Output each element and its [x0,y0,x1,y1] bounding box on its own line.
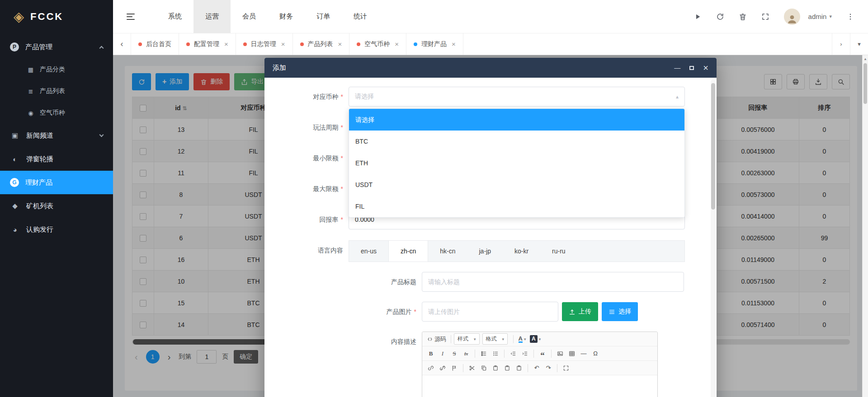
sidebar-item-miner-list[interactable]: ◆ 矿机列表 [0,194,113,218]
indent-button[interactable] [519,348,531,359]
tab-ru-ru[interactable]: ru-ru [540,241,577,262]
tab-ja-jp[interactable]: ja-jp [467,241,503,262]
editor-content[interactable] [422,375,657,397]
user-menu[interactable]: admin ▾ [808,13,832,20]
sidebar-item-product-category[interactable]: ▦ 产品分类 [0,59,113,80]
modal-scrollbar-thumb[interactable] [711,83,715,210]
link-button[interactable] [425,362,437,374]
anchor-button[interactable] [448,362,460,374]
insert-table-button[interactable] [566,348,578,359]
nav-item-system[interactable]: 系统 [156,0,193,33]
background-color-button[interactable]: A ▾ [528,333,542,345]
product-title-label: 产品标题 [349,272,416,292]
close-icon[interactable]: × [281,40,285,48]
tabs-scroll-left-icon[interactable]: ‹ [113,33,131,55]
special-char-button[interactable]: Ω [590,348,601,359]
chevron-up-icon: ▴ [676,93,679,100]
remove-format-button[interactable]: Ix [460,348,472,359]
dialog-title: 添加 [273,64,286,72]
nav-item-finance[interactable]: 财务 [268,0,305,33]
dropdown-option[interactable]: USDT [349,174,684,196]
fullscreen-icon[interactable] [761,13,769,21]
paste-button[interactable] [490,362,501,374]
close-icon[interactable]: × [703,63,708,72]
lang-field-label: 语言内容 [275,240,343,260]
dropdown-option[interactable]: FIL [349,196,684,217]
sidebar-item-popup-carousel[interactable]: ◐ 弹窗轮播 [0,147,113,171]
nav-item-statistics[interactable]: 统计 [342,0,379,33]
sidebar-item-label: 产品列表 [40,87,65,95]
paste-text-button[interactable] [501,362,513,374]
avatar[interactable] [784,9,800,25]
description-label: 内容描述 [349,332,416,351]
nav-item-members[interactable]: 会员 [231,0,268,33]
tabs-menu-icon[interactable]: ▾ [850,33,868,55]
minimize-icon[interactable]: — [674,65,680,71]
dropdown-option[interactable]: 请选择 [349,109,684,131]
caret-down-icon: ▾ [502,337,505,341]
outdent-button[interactable] [507,348,519,359]
play-icon[interactable] [693,13,702,21]
dropdown-option[interactable]: ETH [349,152,684,174]
insert-image-button[interactable] [554,348,566,359]
close-icon[interactable]: × [224,40,228,48]
upload-button[interactable]: 上传 [562,302,598,321]
tab-ko-kr[interactable]: ko-kr [503,241,540,262]
maximize-button[interactable] [560,362,572,374]
tab-home[interactable]: 后台首页 [131,33,179,55]
tab-financial-products[interactable]: 理财产品 × [406,33,463,55]
select-image-button[interactable]: 选择 [602,302,638,321]
tab-config[interactable]: 配置管理 × [179,33,236,55]
content-area: + 添加 删除 导出 [113,55,868,397]
trash-icon[interactable] [739,13,747,21]
copy-button[interactable] [478,362,490,374]
sidebar-item-news-channel[interactable]: ▣ 新闻频道 [0,124,113,147]
sidebar-item-product-management[interactable]: P 产品管理 [0,35,113,59]
sidebar-item-financial-products[interactable]: G 理财产品 [0,171,113,194]
tab-logs[interactable]: 日志管理 × [236,33,293,55]
unlink-button[interactable] [437,362,448,374]
format-select[interactable]: 格式 ▾ [482,333,508,345]
text-color-button[interactable]: A ▾ [516,333,528,345]
coin-select[interactable]: 请选择 ▴ [349,87,685,107]
tab-hk-cn[interactable]: hk-cn [428,241,467,262]
close-icon[interactable]: × [338,40,342,48]
horizontal-rule-button[interactable]: — [578,348,590,359]
upload-icon [569,308,576,315]
sidebar-toggle-icon[interactable] [127,14,135,20]
vertical-scrollbar-thumb[interactable] [863,63,867,104]
more-options-icon[interactable] [846,13,854,21]
sidebar-item-subscription-issue[interactable]: ◕ 认购发行 [0,218,113,241]
style-select[interactable]: 样式 ▾ [454,333,480,345]
tab-air-coins[interactable]: 空气币种 × [349,33,406,55]
sidebar-item-product-list[interactable]: ≣ 产品列表 [0,80,113,102]
dropdown-option[interactable]: BTC [349,131,684,152]
brand-name: FCCK [30,11,63,23]
refresh-icon[interactable] [716,13,724,21]
cut-button[interactable] [466,362,478,374]
tab-product-list[interactable]: 产品列表 × [293,33,350,55]
unordered-list-button[interactable] [490,348,501,359]
nav-item-operations[interactable]: 运营 [193,0,231,33]
redo-button[interactable]: ↷ [542,362,554,374]
product-title-input[interactable] [422,272,684,292]
scroll-up-icon[interactable]: ▴ [863,55,868,62]
ordered-list-button[interactable] [478,348,490,359]
paste-word-button[interactable] [513,362,525,374]
product-image-input[interactable] [422,302,558,322]
undo-button[interactable]: ↶ [531,362,542,374]
close-icon[interactable]: × [452,40,456,48]
strikethrough-button[interactable]: S [448,348,460,359]
maximize-icon[interactable] [689,65,694,71]
caret-down-icon: ▾ [474,337,476,341]
nav-item-orders[interactable]: 订单 [305,0,342,33]
tab-zh-cn[interactable]: zh-cn [388,241,428,262]
tabs-scroll-right-icon[interactable]: › [832,33,850,55]
italic-button[interactable]: I [437,348,448,359]
bold-button[interactable]: B [425,348,437,359]
source-button[interactable]: 源码 [425,333,448,345]
tab-en-us[interactable]: en-us [349,241,388,262]
close-icon[interactable]: × [395,40,399,48]
sidebar-item-air-coins[interactable]: ◉ 空气币种 [0,102,113,124]
blockquote-button[interactable]: “ [537,348,548,359]
